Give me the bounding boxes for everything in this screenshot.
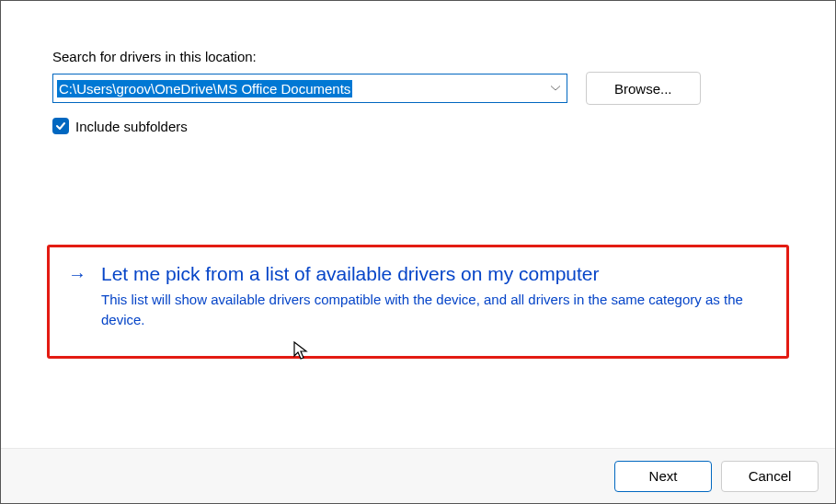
cancel-button[interactable]: Cancel [721,461,819,492]
path-value: C:\Users\groov\OneDrive\MS Office Docume… [57,80,352,97]
pick-driver-option[interactable]: → Let me pick from a list of available d… [68,262,768,330]
pick-driver-title: Let me pick from a list of available dri… [101,262,768,286]
annotation-highlight: → Let me pick from a list of available d… [47,245,789,359]
arrow-right-icon: → [68,262,86,286]
dialog-footer: Next Cancel [1,448,835,503]
next-button[interactable]: Next [614,461,712,492]
include-subfolders-label: Include subfolders [75,119,188,134]
include-subfolders-checkbox[interactable] [52,118,69,134]
browse-button[interactable]: Browse... [586,72,701,105]
path-combobox[interactable]: C:\Users\groov\OneDrive\MS Office Docume… [52,74,567,103]
chevron-down-icon [550,84,561,94]
pick-driver-desc: This list will show available drivers co… [101,290,768,330]
search-location-label: Search for drivers in this location: [52,49,784,64]
